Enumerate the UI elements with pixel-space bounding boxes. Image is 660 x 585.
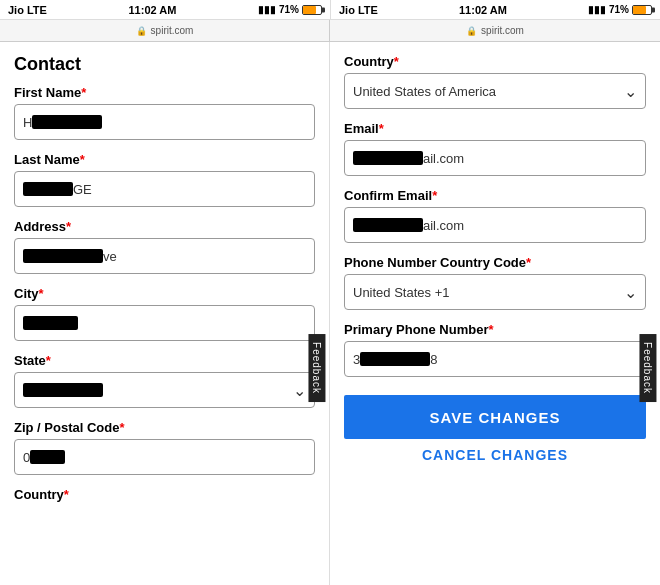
battery-icon (302, 5, 322, 15)
phone-prefix: 3 (353, 352, 360, 367)
left-carrier: Jio LTE (8, 4, 47, 16)
right-time: 11:02 AM (384, 4, 582, 16)
zip-group: Zip / Postal Code* 0 (14, 420, 315, 475)
first-name-label: First Name* (14, 85, 315, 100)
first-name-input[interactable]: H (14, 104, 315, 140)
left-feedback-tab[interactable]: Feedback (309, 334, 326, 402)
primary-phone-label: Primary Phone Number* (344, 322, 646, 337)
phone-code-group: Phone Number Country Code* United States… (344, 255, 646, 310)
right-battery-icon (632, 5, 652, 15)
phone-code-value: United States +1 (353, 285, 449, 300)
left-url: 🔒 spirit.com (0, 20, 330, 41)
phone-suffix: 8 (430, 352, 437, 367)
country-select[interactable]: United States of America ⌄ (344, 73, 646, 109)
confirm-email-label: Confirm Email* (344, 188, 646, 203)
confirm-email-input[interactable]: ail.com (344, 207, 646, 243)
zip-redacted (30, 450, 65, 464)
left-site: spirit.com (151, 25, 194, 36)
first-name-group: First Name* H (14, 85, 315, 140)
right-carrier: Jio LTE (339, 4, 378, 16)
address-label: Address* (14, 219, 315, 234)
email-label: Email* (344, 121, 646, 136)
right-site: spirit.com (481, 25, 524, 36)
country-label: Country* (344, 54, 646, 69)
address-group: Address* ve (14, 219, 315, 274)
primary-phone-input[interactable]: 3 8 (344, 341, 646, 377)
last-name-group: Last Name* GE (14, 152, 315, 207)
email-group: Email* ail.com (344, 121, 646, 176)
email-input[interactable]: ail.com (344, 140, 646, 176)
city-input[interactable] (14, 305, 315, 341)
left-panel: Contact First Name* H Last Name* GE Addr… (0, 42, 330, 585)
email-redacted (353, 151, 423, 165)
status-right: Jio LTE 11:02 AM ▮▮▮ 71% (330, 0, 660, 19)
country-value: United States of America (353, 84, 496, 99)
status-bar: Jio LTE 11:02 AM ▮▮▮ 71% Jio LTE 11:02 A… (0, 0, 660, 20)
state-select[interactable]: ⌄ (14, 372, 315, 408)
last-name-label: Last Name* (14, 152, 315, 167)
primary-phone-group: Primary Phone Number* 3 8 (344, 322, 646, 377)
right-url: 🔒 spirit.com (330, 20, 660, 41)
address-redacted (23, 249, 103, 263)
left-lock-icon: 🔒 (136, 26, 147, 36)
last-name-input[interactable]: GE (14, 171, 315, 207)
left-time: 11:02 AM (53, 4, 252, 16)
status-left: Jio LTE 11:02 AM ▮▮▮ 71% (0, 0, 330, 19)
right-status-icons: ▮▮▮ 71% (588, 4, 652, 15)
left-status-icons: ▮▮▮ 71% (258, 4, 322, 15)
confirm-email-group: Confirm Email* ail.com (344, 188, 646, 243)
confirm-email-redacted (353, 218, 423, 232)
state-redacted (23, 383, 103, 397)
phone-redacted (360, 352, 430, 366)
cancel-changes-button[interactable]: CANCEL CHANGES (344, 447, 646, 463)
signal-icon: ▮▮▮ (258, 4, 276, 15)
city-label: City* (14, 286, 315, 301)
state-chevron-icon: ⌄ (293, 381, 306, 400)
city-redacted (23, 316, 78, 330)
left-country-label: Country* (14, 487, 315, 502)
right-lock-icon: 🔒 (466, 26, 477, 36)
state-group: State* ⌄ (14, 353, 315, 408)
phone-code-label: Phone Number Country Code* (344, 255, 646, 270)
right-feedback-tab[interactable]: Feedback (640, 334, 657, 402)
last-name-redacted (23, 182, 73, 196)
url-bar: 🔒 spirit.com 🔒 spirit.com (0, 20, 660, 42)
phone-code-chevron-icon: ⌄ (624, 283, 637, 302)
state-label: State* (14, 353, 315, 368)
phone-code-select[interactable]: United States +1 ⌄ (344, 274, 646, 310)
city-group: City* (14, 286, 315, 341)
main-content: Contact First Name* H Last Name* GE Addr… (0, 42, 660, 585)
country-group: Country* United States of America ⌄ (344, 54, 646, 109)
right-signal-icon: ▮▮▮ (588, 4, 606, 15)
save-changes-button[interactable]: SAVE CHANGES (344, 395, 646, 439)
actions-group: SAVE CHANGES CANCEL CHANGES (344, 395, 646, 463)
battery-percent: 71% (279, 4, 299, 15)
right-battery-percent: 71% (609, 4, 629, 15)
zip-input[interactable]: 0 (14, 439, 315, 475)
first-name-redacted (32, 115, 102, 129)
right-panel: Country* United States of America ⌄ Emai… (330, 42, 660, 585)
section-title: Contact (14, 54, 315, 75)
country-chevron-icon: ⌄ (624, 82, 637, 101)
zip-label: Zip / Postal Code* (14, 420, 315, 435)
address-input[interactable]: ve (14, 238, 315, 274)
left-country-group: Country* (14, 487, 315, 502)
